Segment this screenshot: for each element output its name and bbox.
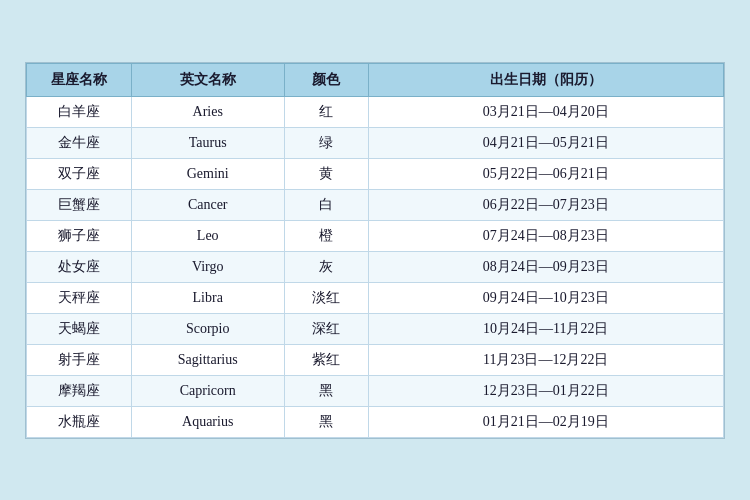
header-color: 颜色: [284, 63, 368, 96]
table-row: 水瓶座Aquarius黑01月21日—02月19日: [27, 406, 724, 437]
cell-chinese: 天秤座: [27, 282, 132, 313]
cell-date: 04月21日—05月21日: [368, 127, 724, 158]
cell-date: 08月24日—09月23日: [368, 251, 724, 282]
cell-chinese: 白羊座: [27, 96, 132, 127]
cell-chinese: 摩羯座: [27, 375, 132, 406]
table-row: 狮子座Leo橙07月24日—08月23日: [27, 220, 724, 251]
cell-chinese: 双子座: [27, 158, 132, 189]
cell-chinese: 狮子座: [27, 220, 132, 251]
cell-chinese: 水瓶座: [27, 406, 132, 437]
cell-date: 11月23日—12月22日: [368, 344, 724, 375]
cell-english: Aries: [131, 96, 284, 127]
table-row: 双子座Gemini黄05月22日—06月21日: [27, 158, 724, 189]
cell-english: Aquarius: [131, 406, 284, 437]
table-row: 金牛座Taurus绿04月21日—05月21日: [27, 127, 724, 158]
cell-date: 03月21日—04月20日: [368, 96, 724, 127]
cell-color: 白: [284, 189, 368, 220]
cell-date: 05月22日—06月21日: [368, 158, 724, 189]
cell-chinese: 天蝎座: [27, 313, 132, 344]
cell-color: 橙: [284, 220, 368, 251]
cell-color: 黑: [284, 406, 368, 437]
cell-date: 09月24日—10月23日: [368, 282, 724, 313]
cell-color: 黄: [284, 158, 368, 189]
table-row: 天秤座Libra淡红09月24日—10月23日: [27, 282, 724, 313]
cell-chinese: 巨蟹座: [27, 189, 132, 220]
cell-color: 绿: [284, 127, 368, 158]
cell-english: Capricorn: [131, 375, 284, 406]
cell-english: Taurus: [131, 127, 284, 158]
cell-chinese: 处女座: [27, 251, 132, 282]
cell-date: 07月24日—08月23日: [368, 220, 724, 251]
cell-english: Cancer: [131, 189, 284, 220]
cell-english: Virgo: [131, 251, 284, 282]
zodiac-table: 星座名称 英文名称 颜色 出生日期（阳历） 白羊座Aries红03月21日—04…: [26, 63, 724, 438]
table-body: 白羊座Aries红03月21日—04月20日金牛座Taurus绿04月21日—0…: [27, 96, 724, 437]
cell-color: 黑: [284, 375, 368, 406]
table-row: 处女座Virgo灰08月24日—09月23日: [27, 251, 724, 282]
table-row: 摩羯座Capricorn黑12月23日—01月22日: [27, 375, 724, 406]
cell-color: 红: [284, 96, 368, 127]
header-english: 英文名称: [131, 63, 284, 96]
cell-chinese: 射手座: [27, 344, 132, 375]
cell-english: Gemini: [131, 158, 284, 189]
cell-date: 01月21日—02月19日: [368, 406, 724, 437]
cell-color: 灰: [284, 251, 368, 282]
cell-color: 紫红: [284, 344, 368, 375]
table-row: 白羊座Aries红03月21日—04月20日: [27, 96, 724, 127]
cell-english: Sagittarius: [131, 344, 284, 375]
cell-english: Libra: [131, 282, 284, 313]
cell-english: Leo: [131, 220, 284, 251]
table-row: 天蝎座Scorpio深红10月24日—11月22日: [27, 313, 724, 344]
header-date: 出生日期（阳历）: [368, 63, 724, 96]
cell-color: 淡红: [284, 282, 368, 313]
table-row: 巨蟹座Cancer白06月22日—07月23日: [27, 189, 724, 220]
cell-date: 12月23日—01月22日: [368, 375, 724, 406]
cell-chinese: 金牛座: [27, 127, 132, 158]
cell-date: 06月22日—07月23日: [368, 189, 724, 220]
cell-color: 深红: [284, 313, 368, 344]
cell-english: Scorpio: [131, 313, 284, 344]
zodiac-table-container: 星座名称 英文名称 颜色 出生日期（阳历） 白羊座Aries红03月21日—04…: [25, 62, 725, 439]
table-header-row: 星座名称 英文名称 颜色 出生日期（阳历）: [27, 63, 724, 96]
cell-date: 10月24日—11月22日: [368, 313, 724, 344]
header-chinese: 星座名称: [27, 63, 132, 96]
table-row: 射手座Sagittarius紫红11月23日—12月22日: [27, 344, 724, 375]
